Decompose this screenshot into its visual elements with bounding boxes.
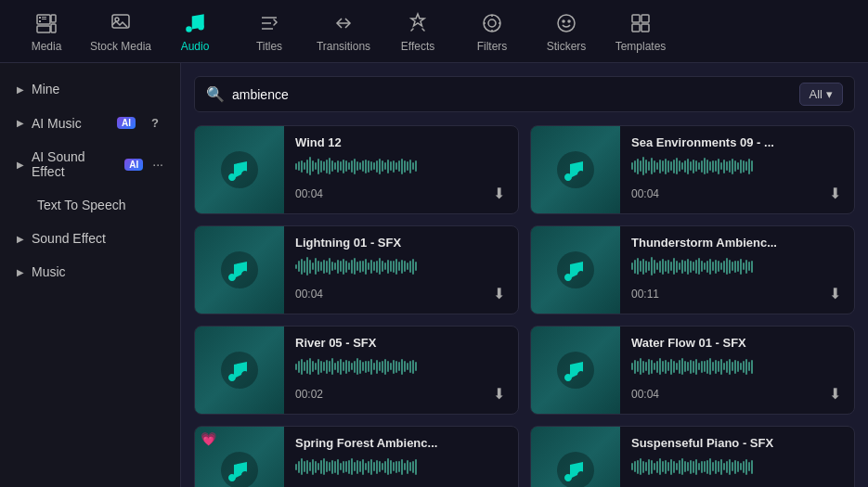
nav-item-titles[interactable]: Titles [232, 0, 306, 63]
waveform-bar [695, 459, 697, 475]
titles-icon [256, 10, 282, 36]
waveform-bar [659, 261, 661, 273]
audio-duration: 00:02 [295, 388, 323, 401]
nav-item-templates[interactable]: Templates [603, 0, 678, 63]
download-button[interactable]: ⬇ [825, 383, 845, 404]
waveform-bar [634, 360, 636, 374]
download-button[interactable]: ⬇ [489, 283, 509, 304]
waveform-bar [331, 262, 333, 271]
sidebar-item-ai-music[interactable]: ▶ AI Music AI ? [0, 106, 180, 140]
nav-item-stock-media[interactable]: Stock Media [84, 0, 158, 63]
waveform-bar [409, 361, 411, 373]
waveform-bar [390, 161, 392, 171]
waveform-bar [640, 358, 641, 375]
waveform-bar [309, 462, 311, 471]
svg-rect-6 [51, 15, 56, 22]
audio-thumbnail [531, 225, 620, 314]
waveform-bar [393, 360, 395, 374]
audio-footer: 00:04 ⬇ [295, 283, 509, 304]
audio-card-lightning-01[interactable]: Lightning 01 - SFX 00:04 ⬇ [194, 225, 519, 314]
waveform-bar [384, 461, 386, 473]
waveform-bar [393, 160, 395, 173]
audio-info: Wind 12 00:04 ⬇ [284, 126, 518, 213]
stock-media-icon [108, 10, 134, 36]
nav-item-transitions[interactable]: Transitions [306, 0, 381, 63]
waveform-bar [354, 361, 356, 373]
waveform-bar [659, 358, 661, 375]
sidebar-item-ai-sound-effect[interactable]: ▶ AI Sound Effect AI ··· [0, 140, 180, 188]
waveform-bar [326, 360, 328, 374]
waveform-bar [295, 364, 297, 370]
waveform-bar [673, 160, 675, 173]
download-button[interactable]: ⬇ [489, 383, 509, 404]
download-button[interactable]: ⬇ [825, 483, 845, 487]
svg-rect-19 [632, 24, 640, 32]
waveform-bar [737, 162, 739, 170]
filters-icon [479, 10, 505, 36]
download-button[interactable]: ⬇ [825, 283, 845, 304]
download-button[interactable]: ⬇ [825, 183, 845, 204]
waveform-bar [651, 360, 653, 374]
waveform-bar [709, 161, 711, 171]
waveform-bar [720, 162, 722, 170]
audio-info: Thunderstorm Ambienc... 00:11 ⬇ [620, 226, 854, 314]
audio-card-spring-forest[interactable]: 💗 Spring Forest Ambienc... 02:07 ⬇ [194, 426, 519, 487]
sidebar-item-text-to-speech[interactable]: Text To Speech [0, 188, 180, 222]
waveform-bar [343, 461, 344, 473]
nav-label-effects: Effects [401, 40, 434, 53]
chevron-right-icon: ▶ [17, 267, 24, 277]
svg-rect-2 [39, 20, 41, 22]
waveform [295, 355, 509, 378]
waveform-bar [295, 163, 297, 170]
waveform-bar [673, 361, 675, 373]
transitions-icon [330, 10, 356, 36]
audio-card-wind-12[interactable]: Wind 12 00:04 ⬇ [194, 125, 519, 214]
waveform-bar [732, 262, 733, 271]
waveform-bar [673, 258, 675, 275]
nav-item-audio[interactable]: Audio [158, 0, 232, 63]
sidebar-item-sound-effect[interactable]: ▶ Sound Effect [0, 222, 180, 255]
waveform-bar [295, 464, 297, 470]
audio-card-suspenseful-piano[interactable]: Suspenseful Piano - SFX 00:20 ⬇ [530, 426, 855, 487]
waveform-bar [740, 259, 742, 275]
audio-card-thunderstorm[interactable]: Thunderstorm Ambienc... 00:11 ⬇ [530, 225, 855, 314]
sidebar-item-mine[interactable]: ▶ Mine [0, 72, 180, 106]
sidebar-label-sound-effect: Sound Effect [32, 231, 163, 246]
waveform-bar [320, 160, 322, 173]
waveform-bar [690, 360, 692, 374]
svg-point-13 [484, 15, 500, 32]
audio-thumbnail [531, 125, 620, 214]
music-note-icon [215, 346, 264, 394]
waveform-bar [390, 460, 392, 474]
waveform-bar [368, 461, 369, 473]
nav-item-media[interactable]: Media [9, 0, 84, 63]
search-input[interactable] [232, 87, 792, 102]
audio-card-sea-env-09[interactable]: Sea Environments 09 - ... 00:04 ⬇ [530, 125, 855, 214]
sidebar-label-music: Music [32, 264, 163, 279]
filter-dropdown[interactable]: All ▾ [799, 83, 843, 106]
waveform-bar [712, 362, 714, 371]
waveform-bar [648, 262, 650, 271]
waveform-bar [404, 361, 406, 372]
svg-point-10 [186, 26, 192, 32]
audio-footer: 00:04 ⬇ [295, 183, 509, 204]
waveform-bar [329, 258, 330, 275]
audio-card-water-flow-01[interactable]: Water Flow 01 - SFX 00:04 ⬇ [530, 326, 855, 415]
download-button[interactable]: ⬇ [489, 483, 509, 487]
waveform-bar [701, 160, 703, 173]
waveform-bar [651, 257, 653, 276]
waveform-bar [734, 261, 736, 273]
nav-item-filters[interactable]: Filters [455, 0, 529, 63]
audio-card-river-05[interactable]: River 05 - SFX 00:02 ⬇ [194, 326, 519, 415]
waveform-bar [723, 463, 725, 470]
waveform-bar [662, 160, 664, 172]
nav-item-stickers[interactable]: Stickers [529, 0, 603, 63]
waveform-bar [304, 162, 305, 170]
waveform-bar [326, 461, 328, 472]
svg-rect-5 [37, 26, 50, 32]
nav-item-effects[interactable]: Effects [381, 0, 455, 63]
download-button[interactable]: ⬇ [489, 183, 509, 204]
waveform-bar [393, 261, 395, 273]
sidebar-item-music[interactable]: ▶ Music [0, 255, 180, 288]
waveform-bar [320, 262, 322, 271]
